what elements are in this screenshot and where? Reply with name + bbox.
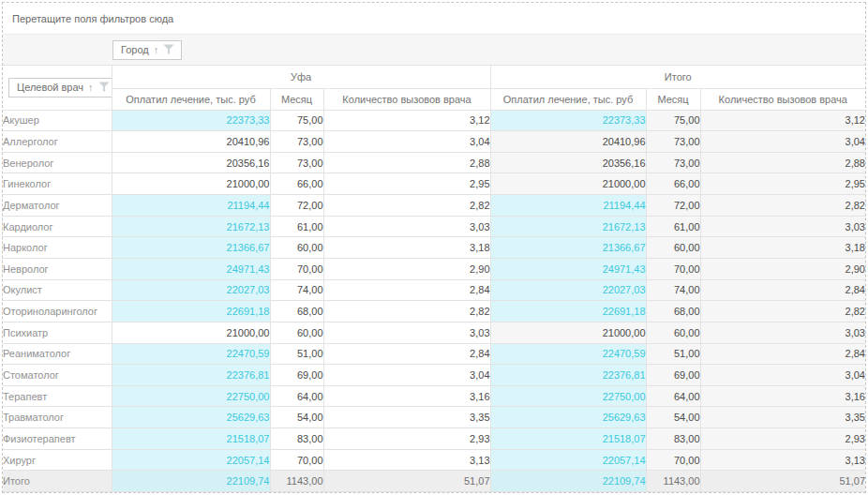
cell-ufa-month[interactable]: 70,00 xyxy=(270,449,323,471)
cell-ufa-calls[interactable]: 3,18 xyxy=(323,237,490,259)
cell-ufa-paid[interactable]: 22057,14 xyxy=(112,449,270,471)
cell-ufa-paid[interactable]: 20356,16 xyxy=(112,152,270,173)
cell-ufa-month[interactable]: 83,00 xyxy=(270,428,323,450)
cell-total-calls[interactable]: 2,90 xyxy=(700,258,865,279)
row-label[interactable]: Кардиолог xyxy=(3,216,112,237)
cell-total-paid[interactable]: 21194,44 xyxy=(490,195,646,217)
cell-total-calls[interactable]: 3,13 xyxy=(700,449,865,471)
cell-ufa-month[interactable]: 64,00 xyxy=(270,385,323,407)
cell-total-month[interactable]: 61,00 xyxy=(646,216,700,237)
cell-ufa-paid[interactable]: 21000,00 xyxy=(112,322,270,343)
cell-total-month[interactable]: 64,00 xyxy=(646,385,700,407)
cell-ufa-paid[interactable]: 22109,74 xyxy=(112,471,270,492)
row-label[interactable]: Итого xyxy=(3,471,112,492)
cell-ufa-month[interactable]: 74,00 xyxy=(270,279,323,301)
row-label[interactable]: Окулист xyxy=(3,279,112,301)
cell-total-calls[interactable]: 2,95 xyxy=(700,173,865,195)
cell-total-paid[interactable]: 20410,96 xyxy=(490,131,646,153)
cell-total-calls[interactable]: 3,18 xyxy=(700,237,865,259)
row-label[interactable]: Акушер xyxy=(3,110,112,131)
cell-total-paid[interactable]: 25629,63 xyxy=(490,407,646,428)
row-label[interactable]: Реаниматолог xyxy=(3,343,112,365)
cell-ufa-calls[interactable]: 3,35 xyxy=(323,407,490,428)
cell-ufa-calls[interactable]: 2,95 xyxy=(323,173,490,195)
cell-total-paid[interactable]: 21518,07 xyxy=(490,428,646,450)
cell-total-calls[interactable]: 3,12 xyxy=(700,110,865,131)
cell-total-calls[interactable]: 2,82 xyxy=(700,195,865,217)
cell-total-calls[interactable]: 3,35 xyxy=(700,407,865,428)
cell-ufa-calls[interactable]: 2,90 xyxy=(323,258,490,279)
cell-ufa-calls[interactable]: 2,84 xyxy=(323,343,490,365)
cell-ufa-calls[interactable]: 3,03 xyxy=(323,322,490,343)
cell-ufa-paid[interactable]: 22691,18 xyxy=(112,301,270,322)
cell-ufa-paid[interactable]: 21518,07 xyxy=(112,428,270,450)
cell-total-month[interactable]: 1143,00 xyxy=(646,471,700,492)
row-label[interactable]: Травматолог xyxy=(3,407,112,428)
cell-total-month[interactable]: 70,00 xyxy=(646,258,700,279)
cell-ufa-paid[interactable]: 24971,43 xyxy=(112,258,270,279)
cell-ufa-paid[interactable]: 22373,33 xyxy=(112,110,270,131)
row-label[interactable]: Невролог xyxy=(3,258,112,279)
cell-ufa-calls[interactable]: 2,84 xyxy=(323,279,490,301)
cell-total-calls[interactable]: 2,84 xyxy=(700,343,865,365)
cell-ufa-month[interactable]: 60,00 xyxy=(270,322,323,343)
cell-total-calls[interactable]: 2,88 xyxy=(700,152,865,173)
cell-total-paid[interactable]: 22373,33 xyxy=(490,110,646,131)
cell-total-month[interactable]: 74,00 xyxy=(646,279,700,301)
cell-total-month[interactable]: 60,00 xyxy=(646,322,700,343)
row-label[interactable]: Хирург xyxy=(3,449,112,471)
cell-ufa-paid[interactable]: 25629,63 xyxy=(112,407,270,428)
cell-total-month[interactable]: 72,00 xyxy=(646,195,700,217)
column-group-itogo[interactable]: Итого xyxy=(490,66,865,88)
row-label[interactable]: Нарколог xyxy=(3,237,112,259)
column-fields-area[interactable]: Город ↑ xyxy=(3,35,865,66)
cell-ufa-month[interactable]: 68,00 xyxy=(270,301,323,322)
cell-ufa-calls[interactable]: 2,82 xyxy=(323,301,490,322)
cell-ufa-paid[interactable]: 22376,81 xyxy=(112,365,270,386)
row-label[interactable]: Терапевт xyxy=(3,385,112,407)
cell-ufa-calls[interactable]: 3,13 xyxy=(323,449,490,471)
cell-total-paid[interactable]: 21366,67 xyxy=(490,237,646,259)
cell-ufa-calls[interactable]: 3,04 xyxy=(323,131,490,153)
cell-ufa-paid[interactable]: 21194,44 xyxy=(112,195,270,217)
cell-ufa-paid[interactable]: 22750,00 xyxy=(112,385,270,407)
cell-ufa-calls[interactable]: 2,93 xyxy=(323,428,490,450)
cell-ufa-month[interactable]: 1143,00 xyxy=(270,471,323,492)
cell-total-paid[interactable]: 20356,16 xyxy=(490,152,646,173)
row-label[interactable]: Дерматолог xyxy=(3,195,112,217)
row-label[interactable]: Психиатр xyxy=(3,322,112,343)
cell-total-calls[interactable]: 3,03 xyxy=(700,322,865,343)
cell-total-month[interactable]: 73,00 xyxy=(646,131,700,153)
cell-total-paid[interactable]: 24971,43 xyxy=(490,258,646,279)
cell-ufa-month[interactable]: 66,00 xyxy=(270,173,323,195)
cell-total-paid[interactable]: 22109,74 xyxy=(490,471,646,492)
cell-total-month[interactable]: 60,00 xyxy=(646,237,700,259)
cell-total-month[interactable]: 69,00 xyxy=(646,365,700,386)
cell-ufa-month[interactable]: 61,00 xyxy=(270,216,323,237)
row-field-chip-celevoj-vrach[interactable]: Целевой врач ↑ xyxy=(8,78,112,98)
cell-ufa-calls[interactable]: 3,04 xyxy=(323,365,490,386)
cell-ufa-month[interactable]: 75,00 xyxy=(270,110,323,131)
cell-total-month[interactable]: 68,00 xyxy=(646,301,700,322)
cell-total-month[interactable]: 51,00 xyxy=(646,343,700,365)
cell-ufa-calls[interactable]: 2,88 xyxy=(323,152,490,173)
cell-total-calls[interactable]: 51,07 xyxy=(700,471,865,492)
cell-total-paid[interactable]: 22027,03 xyxy=(490,279,646,301)
cell-total-paid[interactable]: 21000,00 xyxy=(490,173,646,195)
cell-total-month[interactable]: 70,00 xyxy=(646,449,700,471)
cell-total-paid[interactable]: 22376,81 xyxy=(490,365,646,386)
cell-ufa-calls[interactable]: 2,82 xyxy=(323,195,490,217)
cell-total-month[interactable]: 73,00 xyxy=(646,152,700,173)
cell-ufa-paid[interactable]: 20410,96 xyxy=(112,131,270,153)
row-label[interactable]: Стоматолог xyxy=(3,365,112,386)
cell-ufa-paid[interactable]: 21366,67 xyxy=(112,237,270,259)
cell-ufa-month[interactable]: 73,00 xyxy=(270,152,323,173)
cell-ufa-month[interactable]: 60,00 xyxy=(270,237,323,259)
cell-total-paid[interactable]: 22057,14 xyxy=(490,449,646,471)
cell-total-paid[interactable]: 21672,13 xyxy=(490,216,646,237)
cell-ufa-calls[interactable]: 3,12 xyxy=(323,110,490,131)
cell-total-calls[interactable]: 3,03 xyxy=(700,216,865,237)
cell-ufa-calls[interactable]: 3,03 xyxy=(323,216,490,237)
cell-ufa-calls[interactable]: 3,16 xyxy=(323,385,490,407)
cell-total-calls[interactable]: 3,04 xyxy=(700,365,865,386)
